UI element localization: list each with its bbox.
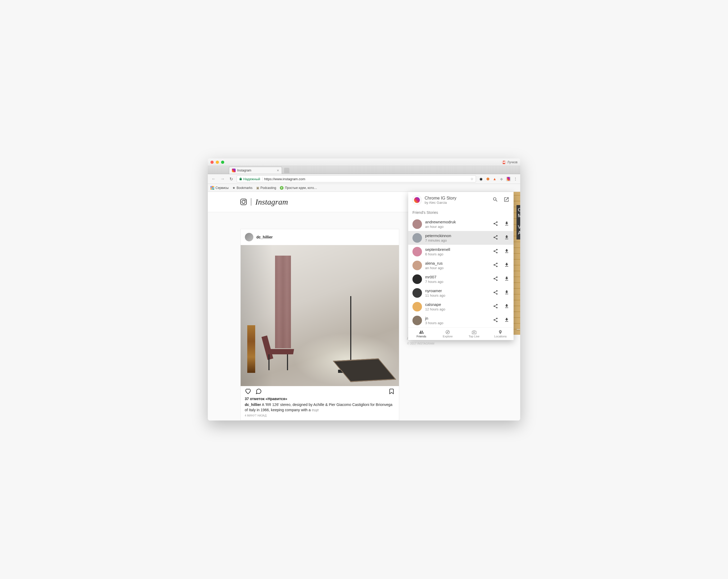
save-icon[interactable] bbox=[388, 388, 395, 395]
story-item-time: 3 hours ago bbox=[425, 321, 443, 325]
popup-app-icon bbox=[412, 195, 421, 205]
download-icon[interactable] bbox=[504, 290, 509, 296]
window-controls bbox=[210, 161, 224, 164]
story-item[interactable]: petermckinnon 7 minutes ago bbox=[408, 231, 514, 245]
story-item-time: 11 hours ago bbox=[425, 293, 445, 297]
chrome-profile[interactable]: Лучков bbox=[502, 160, 518, 164]
story-item[interactable]: mr007 7 hours ago bbox=[408, 272, 514, 286]
download-icon[interactable] bbox=[504, 276, 509, 282]
story-item-user: andrewnemodruk bbox=[425, 220, 456, 224]
secure-indicator: Надежный bbox=[239, 177, 263, 181]
search-icon[interactable] bbox=[492, 196, 498, 204]
share-icon[interactable] bbox=[493, 235, 498, 241]
story-item-time: an hour ago bbox=[425, 266, 443, 270]
back-button[interactable]: ← bbox=[210, 177, 217, 181]
bookmarks-bar: Сервисы ★Bookmarks ▣Podcasting FПростые … bbox=[208, 184, 520, 192]
story-item[interactable]: jn 3 hours ago bbox=[408, 314, 514, 327]
apps-shortcut[interactable]: Сервисы bbox=[210, 186, 229, 190]
tab-label: Locations bbox=[494, 335, 507, 338]
ext-icon-ig-story[interactable] bbox=[506, 177, 511, 181]
caption-user[interactable]: dc_hillier bbox=[245, 402, 261, 407]
download-icon[interactable] bbox=[504, 262, 509, 269]
popup-header: Chrome IG Story by Alec Garcia bbox=[408, 192, 514, 208]
download-icon[interactable] bbox=[504, 248, 509, 255]
story-item-avatar bbox=[412, 316, 422, 325]
stories-section-header: Friend's Stories bbox=[408, 208, 514, 217]
share-icon[interactable] bbox=[493, 304, 498, 310]
popup-tab-top-live[interactable]: Top Live bbox=[461, 327, 487, 340]
bookmark-star-icon[interactable]: ☆ bbox=[470, 177, 474, 181]
share-icon[interactable] bbox=[493, 262, 498, 269]
ext-icon-grey[interactable]: ◆ bbox=[499, 177, 504, 181]
share-icon[interactable] bbox=[493, 221, 498, 227]
post-likes[interactable]: 37 отметок «Нравится» bbox=[241, 397, 399, 402]
story-item[interactable]: calsnape 12 hours ago bbox=[408, 300, 514, 314]
caption-more[interactable]: еще bbox=[312, 408, 319, 412]
story-item-avatar bbox=[412, 274, 422, 284]
share-icon[interactable] bbox=[493, 248, 498, 255]
popup-subtitle: by Alec Garcia bbox=[425, 201, 457, 205]
story-item-user: calsnape bbox=[425, 302, 445, 307]
download-icon[interactable] bbox=[504, 235, 509, 241]
open-external-icon[interactable] bbox=[503, 196, 509, 204]
share-icon[interactable] bbox=[493, 276, 498, 282]
story-item-avatar bbox=[412, 302, 422, 312]
close-tab-icon[interactable]: × bbox=[277, 168, 279, 173]
popup-tab-explore[interactable]: Explore bbox=[435, 327, 461, 340]
url-scheme: https:// bbox=[264, 177, 275, 181]
popup-title: Chrome IG Story bbox=[425, 196, 457, 201]
bookmark-item-ideas[interactable]: FПростые идеи, кото… bbox=[280, 186, 317, 190]
star-icon: ★ bbox=[232, 186, 235, 190]
bookmark-folder-podcasting[interactable]: ▣Podcasting bbox=[256, 186, 276, 190]
story-download-icon[interactable] bbox=[515, 325, 520, 332]
download-icon[interactable] bbox=[504, 221, 509, 227]
story-item[interactable]: andrewnemodruk an hour ago bbox=[408, 217, 514, 231]
tab-title: Instagram bbox=[237, 168, 251, 172]
tab-strip: Instagram × bbox=[208, 166, 520, 174]
story-item-user: septembrenell bbox=[425, 247, 450, 252]
minimize-window[interactable] bbox=[216, 161, 219, 164]
story-item-user: nyroamer bbox=[425, 288, 445, 293]
download-icon[interactable] bbox=[504, 304, 509, 310]
new-tab-button[interactable] bbox=[284, 168, 289, 173]
story-item-avatar bbox=[412, 233, 422, 243]
instagram-logo[interactable]: Instagram bbox=[256, 198, 288, 206]
story-item-user: mr007 bbox=[425, 275, 443, 279]
post-username[interactable]: dc_hillier bbox=[257, 235, 273, 239]
share-icon[interactable] bbox=[493, 317, 498, 324]
address-bar[interactable]: Надежный https://www.instagram.com ☆ bbox=[237, 176, 476, 182]
browser-menu-icon[interactable]: ⋮ bbox=[513, 177, 518, 181]
page-content: Instagram dc_hillier bbox=[208, 192, 520, 420]
story-item-time: 12 hours ago bbox=[425, 307, 445, 311]
download-icon[interactable] bbox=[504, 317, 509, 324]
post-image[interactable] bbox=[241, 245, 399, 386]
maximize-window[interactable] bbox=[221, 161, 224, 164]
post-caption: dc_hillier A 'RR 126' stereo, designed b… bbox=[241, 402, 399, 414]
story-item[interactable]: nyroamer 11 hours ago bbox=[408, 286, 514, 300]
extension-popup: Chrome IG Story by Alec Garcia Friend's … bbox=[408, 192, 514, 340]
apps-label: Сервисы bbox=[215, 186, 229, 190]
comment-icon[interactable] bbox=[256, 388, 262, 395]
profile-name: Лучков bbox=[507, 160, 518, 164]
story-item-time: an hour ago bbox=[425, 225, 456, 229]
browser-tab[interactable]: Instagram × bbox=[229, 167, 282, 174]
ext-icon-shield[interactable]: ⬢ bbox=[486, 177, 490, 181]
bookmark-folder-bookmarks[interactable]: ★Bookmarks bbox=[232, 186, 253, 190]
close-window[interactable] bbox=[210, 161, 214, 164]
forward-button[interactable]: → bbox=[219, 177, 226, 181]
reload-button[interactable]: ↻ bbox=[229, 177, 234, 182]
secure-label: Надежный bbox=[243, 177, 263, 181]
story-item-time: 7 hours ago bbox=[425, 280, 443, 284]
ext-icon-1[interactable]: ◉ bbox=[478, 177, 483, 181]
instagram-camera-icon[interactable] bbox=[240, 199, 247, 205]
like-icon[interactable] bbox=[245, 388, 251, 395]
story-item[interactable]: septembrenell 6 hours ago bbox=[408, 245, 514, 259]
ext-icon-flame[interactable]: ▲ bbox=[492, 177, 497, 181]
story-item[interactable]: alena_rus an hour ago bbox=[408, 259, 514, 272]
share-icon[interactable] bbox=[493, 290, 498, 296]
popup-tab-locations[interactable]: Locations bbox=[487, 327, 514, 340]
post-avatar[interactable] bbox=[245, 233, 253, 241]
favicon-instagram bbox=[232, 168, 236, 172]
popup-tab-friends[interactable]: Friends bbox=[408, 327, 435, 340]
story-item-time: 6 hours ago bbox=[425, 252, 450, 256]
